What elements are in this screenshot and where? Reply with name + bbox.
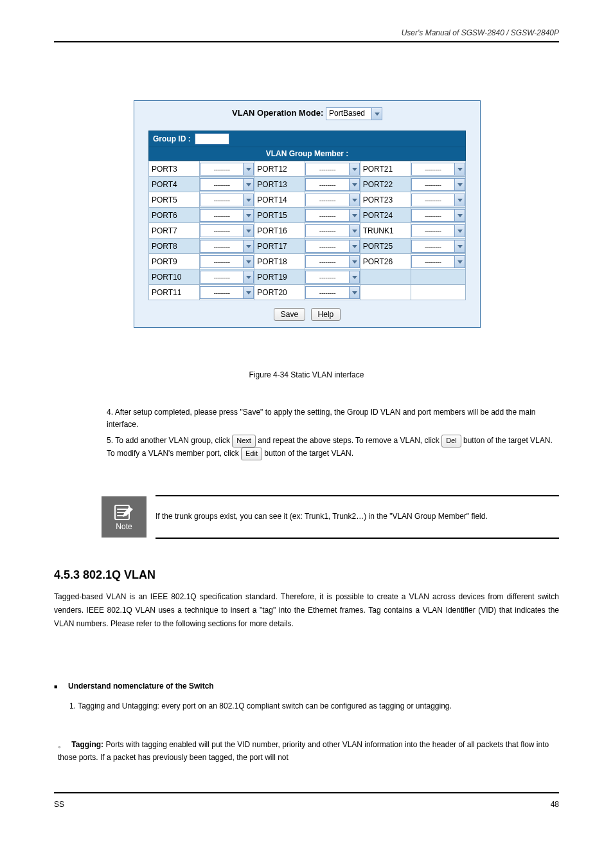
port-label: PORT17 — [254, 239, 305, 254]
port-member-select[interactable]: -------- — [200, 163, 254, 176]
port-label: PORT5 — [149, 192, 200, 208]
footer-rule — [54, 792, 559, 793]
port-label — [360, 285, 411, 300]
port-member-value: -------- — [306, 242, 348, 250]
table-row: PORT7--------PORT16--------TRUNK1-------… — [149, 223, 466, 239]
port-label: PORT21 — [360, 161, 411, 177]
header-manual-title: User's Manual of SGSW-2840 / SGSW-2840P — [402, 28, 559, 37]
port-select-cell: -------- — [411, 161, 465, 177]
port-select-cell: -------- — [199, 161, 254, 177]
port-member-value: -------- — [306, 289, 348, 296]
port-label: PORT20 — [254, 285, 305, 300]
chevron-down-icon — [349, 194, 359, 206]
table-row: PORT3--------PORT12--------PORT21-------… — [149, 161, 466, 177]
group-id-row: Group ID : — [148, 131, 466, 147]
chevron-down-icon — [349, 163, 359, 175]
port-member-select[interactable]: -------- — [200, 178, 254, 191]
port-member-select[interactable]: -------- — [200, 224, 254, 237]
port-member-select[interactable]: -------- — [200, 194, 254, 206]
chevron-down-icon — [349, 225, 359, 237]
table-row: PORT10--------PORT19-------- — [149, 269, 466, 285]
port-select-cell: -------- — [305, 269, 360, 285]
port-label: PORT24 — [360, 208, 411, 223]
chevron-down-icon — [349, 179, 359, 190]
chevron-down-icon — [454, 210, 465, 221]
chevron-down-icon — [243, 287, 253, 298]
port-member-select[interactable]: -------- — [411, 163, 465, 176]
port-member-select[interactable]: -------- — [411, 224, 465, 237]
port-select-cell: -------- — [305, 254, 360, 269]
vlan-mode-select[interactable]: PortBased — [326, 107, 382, 120]
port-label: PORT11 — [149, 285, 200, 300]
vlan-config-screenshot: VLAN Operation Mode: PortBased Group ID … — [134, 100, 481, 328]
port-member-value: -------- — [306, 181, 348, 188]
port-member-select[interactable]: -------- — [200, 240, 254, 253]
table-row: PORT11--------PORT20-------- — [149, 285, 466, 300]
port-select-cell: -------- — [411, 254, 465, 269]
vlan-mode-label: VLAN Operation Mode: — [232, 108, 323, 118]
port-member-value: -------- — [412, 181, 454, 188]
save-button[interactable]: Save — [274, 308, 305, 321]
port-member-select[interactable]: -------- — [305, 209, 359, 222]
port-select-cell: -------- — [305, 192, 360, 208]
help-button[interactable]: Help — [311, 308, 341, 321]
note-text: If the trunk groups exist, you can see i… — [147, 511, 559, 523]
port-label: PORT22 — [360, 177, 411, 192]
note-icon: Note — [102, 496, 147, 538]
port-select-cell: -------- — [199, 285, 254, 300]
table-row: PORT6--------PORT15--------PORT24-------… — [149, 208, 466, 223]
port-select-cell: -------- — [411, 177, 465, 192]
port-member-value: -------- — [306, 196, 348, 204]
port-member-select[interactable]: -------- — [200, 286, 254, 299]
port-member-select[interactable]: -------- — [305, 224, 359, 237]
tagging-definition: 。 Tagging: Ports with tagging enabled wi… — [58, 738, 559, 764]
port-member-select[interactable]: -------- — [411, 209, 465, 222]
port-member-select[interactable]: -------- — [305, 163, 359, 176]
port-member-select[interactable]: -------- — [411, 194, 465, 206]
circle-bullet: 。 — [58, 738, 69, 751]
port-member-select[interactable]: -------- — [305, 240, 359, 253]
port-select-cell: -------- — [199, 269, 254, 285]
del-button[interactable]: Del — [441, 435, 461, 448]
port-member-select[interactable]: -------- — [305, 286, 359, 299]
port-member-value: -------- — [306, 165, 348, 173]
port-member-select[interactable]: -------- — [200, 255, 254, 268]
chevron-down-icon — [243, 271, 253, 283]
instructions-block: 4. After setup completed, please press "… — [107, 406, 559, 464]
instr5a: 5. To add another VLAN group, click — [107, 436, 232, 445]
port-member-select[interactable]: -------- — [411, 240, 465, 253]
footer-left: SS — [54, 800, 64, 809]
chevron-down-icon — [243, 256, 253, 267]
chevron-down-icon — [349, 271, 359, 283]
port-member-value: -------- — [200, 212, 243, 219]
chevron-down-icon — [454, 163, 465, 175]
port-member-select[interactable]: -------- — [305, 194, 359, 206]
port-select-cell: -------- — [199, 208, 254, 223]
edit-button[interactable]: Edit — [241, 448, 262, 460]
port-member-select[interactable]: -------- — [305, 255, 359, 268]
port-label: PORT19 — [254, 269, 305, 285]
port-member-select[interactable]: -------- — [411, 178, 465, 191]
table-row: PORT9--------PORT18--------PORT26-------… — [149, 254, 466, 269]
note-block: Note If the trunk groups exist, you can … — [102, 495, 559, 539]
vlan-mode-value: PortBased — [329, 109, 365, 118]
chevron-down-icon — [243, 210, 253, 221]
port-label: PORT25 — [360, 239, 411, 254]
note-label: Note — [116, 522, 132, 531]
next-button[interactable]: Next — [232, 435, 256, 448]
group-id-input[interactable] — [195, 133, 229, 145]
bullet-heading: Understand nomenclature of the Switch — [57, 682, 214, 691]
port-member-select[interactable]: -------- — [200, 271, 254, 284]
chevron-down-icon — [349, 256, 359, 267]
port-member-value: -------- — [306, 258, 348, 266]
chevron-down-icon — [243, 194, 253, 206]
port-label: TRUNK1 — [360, 223, 411, 239]
instr5d: button of the target VLAN. — [264, 449, 353, 458]
port-member-select[interactable]: -------- — [305, 271, 359, 284]
port-member-value: -------- — [200, 196, 243, 204]
port-member-select[interactable]: -------- — [411, 255, 465, 268]
port-label: PORT8 — [149, 239, 200, 254]
port-member-select[interactable]: -------- — [305, 178, 359, 191]
port-member-select[interactable]: -------- — [200, 209, 254, 222]
port-label — [360, 269, 411, 285]
